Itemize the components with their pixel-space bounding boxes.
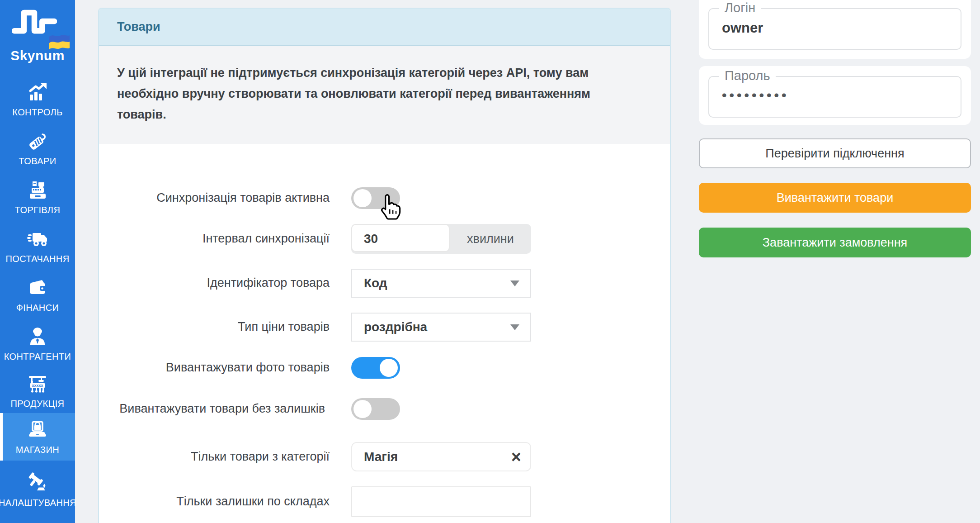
login-input[interactable]: owner (722, 20, 763, 36)
sidebar-item-supply[interactable]: ПОСТАЧАННЯ (0, 223, 75, 270)
integration-notice-text: У цій інтеграції не підтримується синхро… (117, 62, 619, 125)
sync-interval-label: Інтервал синхронізації (113, 230, 330, 247)
login-label: Логін (719, 0, 761, 15)
sidebar-item-products[interactable]: ТОВАРИ (0, 125, 75, 172)
category-filter-field[interactable]: Магія × (351, 442, 531, 471)
sidebar-item-label: ПОСТАЧАННЯ (5, 254, 69, 264)
sidebar-item-label: КОНТРОЛЬ (12, 107, 62, 118)
sidebar-item-label: МАГАЗИН (16, 445, 59, 455)
chevron-down-icon (510, 281, 519, 286)
upload-products-button[interactable]: Вивантажити товари (699, 183, 971, 213)
sync-interval-unit: хвилини (450, 224, 531, 254)
sidebar-item-counterparties[interactable]: КОНТРАГЕНТИ (0, 320, 75, 367)
toggle-knob (353, 400, 372, 418)
sidebar-item-label: КОНТРАГЕНТИ (4, 352, 71, 362)
product-identifier-value: Код (364, 276, 510, 290)
category-filter-label: Тільки товари з категорії (113, 448, 330, 466)
no-stock-toggle[interactable] (351, 398, 400, 420)
shop-laptop-icon (27, 419, 48, 441)
sidebar-item-label: ПРОДУКЦІЯ (11, 399, 65, 409)
password-input[interactable]: ••••••••• (722, 88, 789, 103)
products-settings-panel: Товари У цій інтеграції не підтримується… (98, 8, 671, 523)
sidebar-item-control[interactable]: КОНТРОЛЬ (0, 76, 75, 123)
svg-text:xxxxx: xxxxx (32, 383, 43, 388)
row-warehouse-filter: Тільки залишки по складах (113, 486, 655, 517)
sidebar-item-production[interactable]: xxxxx ПРОДУКЦІЯ (0, 368, 75, 414)
panel-title: Товари (99, 9, 670, 46)
wallet-icon (27, 277, 48, 299)
toggle-knob (353, 189, 372, 207)
category-filter-value: Магія (364, 450, 511, 464)
sidebar: Skynum КОНТРОЛЬ ТОВАРИ (0, 0, 75, 523)
warehouse-filter-input[interactable] (351, 486, 531, 517)
sync-interval-input[interactable]: 30 (351, 224, 450, 252)
sidebar-item-trade[interactable]: ТОРГІВЛЯ (0, 174, 75, 221)
sync-interval-group: 30 хвилини (351, 224, 531, 254)
chevron-down-icon (510, 324, 519, 330)
row-no-stock: Вивантажувати товари без залишків (113, 389, 655, 429)
product-identifier-select[interactable]: Код (351, 269, 531, 298)
product-identifier-label: Ідентифікатор товара (113, 274, 330, 292)
upload-photos-toggle[interactable] (351, 357, 400, 379)
gavel-icon (27, 472, 48, 494)
ukraine-flag-icon (48, 33, 71, 50)
row-upload-photos: Вивантажувати фото товарів (113, 357, 655, 379)
cash-register-icon (27, 179, 48, 201)
person-icon (27, 326, 48, 347)
sidebar-item-settings[interactable]: НАЛАШТУВАННЯ (0, 466, 75, 513)
sidebar-item-label: ФІНАНСИ (16, 303, 59, 313)
password-fieldset: Пароль ••••••••• (708, 76, 961, 118)
sync-active-label: Синхронізація товарів активна (113, 189, 330, 207)
sidebar-item-label: ТОРГІВЛЯ (15, 205, 61, 215)
row-category-filter: Тільки товари з категорії Магія × (113, 442, 655, 471)
price-type-label: Тип ціни товарів (113, 318, 330, 336)
sidebar-item-finance[interactable]: ФІНАНСИ (0, 271, 75, 319)
sync-active-toggle[interactable] (351, 187, 400, 209)
clear-category-icon[interactable]: × (511, 448, 521, 466)
integration-notice: У цій інтеграції не підтримується синхро… (99, 46, 670, 144)
sidebar-item-label: ТОВАРИ (19, 156, 56, 166)
warehouse-filter-label: Тільки залишки по складах (113, 493, 330, 510)
chart-growth-icon (27, 81, 48, 103)
app-logo[interactable]: Skynum (0, 3, 75, 71)
row-price-type: Тип ціни товарів роздрібна (113, 313, 655, 342)
row-sync-interval: Інтервал синхронізації 30 хвилини (113, 224, 655, 254)
download-orders-button[interactable]: Завантажити замовлення (699, 228, 971, 257)
password-card: Пароль ••••••••• (699, 66, 971, 125)
upload-photos-label: Вивантажувати фото товарів (113, 359, 330, 376)
row-product-identifier: Ідентифікатор товара Код (113, 269, 655, 298)
tags-icon (27, 130, 48, 152)
sidebar-item-shop[interactable]: МАГАЗИН (0, 413, 75, 461)
login-card: Логін owner (699, 0, 971, 59)
sidebar-item-label: НАЛАШТУВАННЯ (0, 498, 76, 508)
check-connection-button[interactable]: Перевірити підключення (699, 138, 971, 168)
login-fieldset: Логін owner (708, 8, 961, 50)
price-type-value: роздрібна (364, 320, 510, 334)
no-stock-label: Вивантажувати товари без залишків (113, 400, 325, 418)
password-label: Пароль (719, 68, 776, 83)
brand-name: Skynum (0, 48, 75, 63)
toggle-knob (380, 359, 398, 377)
delivery-truck-icon (27, 228, 48, 250)
price-type-select[interactable]: роздрібна (351, 313, 531, 342)
row-sync-active: Синхронізація товарів активна (113, 187, 655, 209)
production-line-icon: xxxxx (27, 373, 48, 395)
